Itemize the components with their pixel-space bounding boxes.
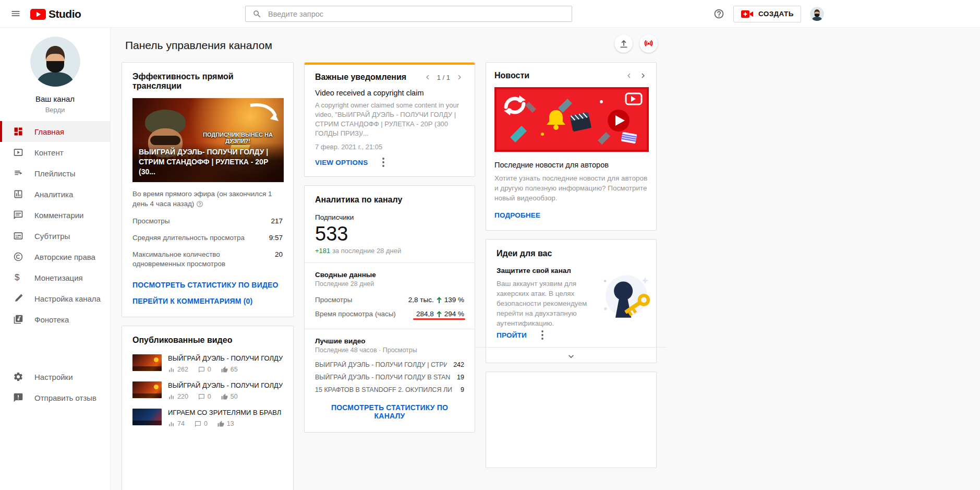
account-avatar[interactable] — [810, 7, 824, 21]
channel-profile: Ваш канал Верди — [0, 28, 110, 114]
channel-avatar[interactable] — [30, 37, 80, 87]
prev-page-button[interactable] — [423, 73, 432, 82]
up-arrow-icon — [437, 311, 442, 317]
divider — [305, 329, 475, 329]
expand-card-button[interactable] — [486, 348, 656, 363]
help-circle-icon[interactable] — [196, 200, 203, 208]
channel-analytics-card: Аналитика по каналу Подписчики 533 +181 … — [304, 185, 475, 433]
views-stat: 262 — [168, 366, 188, 373]
analytics-icon — [13, 189, 23, 199]
dashboard-actions — [614, 34, 658, 53]
view-options-link[interactable]: VIEW OPTIONS — [315, 159, 368, 166]
sidebar-item-send-feedback[interactable]: Отправить отзыв — [0, 387, 110, 408]
card-title: Аналитика по каналу — [315, 195, 464, 205]
sidebar-item-comments[interactable]: Комментарии — [0, 205, 110, 225]
sidebar-item-analytics[interactable]: Аналитика — [0, 184, 110, 205]
youtube-studio-logo[interactable]: Studio — [30, 8, 81, 20]
subscribers-label: Подписчики — [315, 213, 464, 221]
news-banner-image[interactable] — [494, 87, 648, 152]
stream-stats: Просмотры 217 Средняя длительность просм… — [132, 213, 283, 272]
kebab-menu-icon — [382, 158, 384, 167]
sidebar-item-settings[interactable]: Настройки — [0, 366, 110, 387]
take-action-link[interactable]: ПРОЙТИ — [497, 331, 527, 339]
monetization-icon: $ — [13, 272, 23, 283]
chevron-down-icon — [566, 351, 576, 362]
summary-subtitle: Последние 28 дней — [315, 280, 464, 288]
sidebar-item-copyright[interactable]: Авторские права — [0, 246, 110, 267]
sidebar-item-customization[interactable]: Настройка канала — [0, 288, 110, 309]
stream-thumbnail[interactable]: ПОЛУЧИ ГОЛДУ ПОДПИСЧИК ВЫНЕС НА ДУЭЛИ?! … — [132, 98, 284, 182]
divider — [305, 262, 475, 263]
customization-icon — [13, 293, 23, 304]
sidebar-item-content[interactable]: Контент — [0, 142, 110, 163]
sidebar-item-monetization[interactable]: $ Монетизация — [0, 267, 110, 288]
sidebar-item-audio-library[interactable]: Фонотека — [0, 309, 110, 330]
upload-video-button[interactable] — [614, 34, 633, 53]
sidebar-item-dashboard[interactable]: Главная — [0, 121, 110, 142]
top-video-row[interactable]: ВЫИГРАЙ ДУЭЛЬ - ПОЛУЧИ ГОЛДУ | СТРИМ СТА… — [315, 358, 464, 371]
notification-title: Video received a copyright claim — [315, 89, 464, 97]
security-illustration — [596, 270, 654, 328]
channel-name: Ваш канал — [0, 94, 110, 103]
top-video-row[interactable]: ВЫЙГРАЙ ДУЭЛЬ - ПОЛУЧИ ГОЛДУ В STANDOFF … — [315, 371, 464, 384]
channel-stats-link[interactable]: ПОСМОТРЕТЬ СТАТИСТИКУ ПО КАНАЛУ — [315, 403, 464, 420]
content-icon — [13, 147, 23, 158]
news-card: Новости — [486, 62, 657, 231]
comments-icon — [13, 210, 23, 220]
create-button[interactable]: СОЗДАТЬ — [733, 6, 801, 22]
comments-stat: 0 — [198, 393, 211, 400]
video-row[interactable]: ВЫЙГРАЙ ДУЭЛЬ - ПОЛУЧИ ГОЛДУ В STAN... 2… — [132, 350, 283, 377]
likes-icon — [217, 421, 224, 427]
comments-icon — [198, 393, 205, 400]
sidebar-item-playlists[interactable]: Плейлисты — [0, 163, 110, 184]
video-stats-link[interactable]: ПОСМОТРЕТЬ СТАТИСТИКУ ПО ВИДЕО — [132, 281, 279, 289]
stream-subtitle: Во время прямого эфира (он закончился 1 … — [132, 189, 283, 209]
news-prev-button[interactable] — [624, 71, 634, 80]
chevron-right-icon — [455, 73, 464, 82]
upload-icon — [618, 38, 630, 50]
pager-text: 1 / 1 — [437, 74, 450, 81]
feedback-icon — [13, 392, 23, 403]
video-row[interactable]: ИГРАЕМ СО ЗРИТЕЛЯМИ В БРАВЛ СТАРС/В... 7… — [132, 404, 283, 432]
up-arrow-icon — [437, 297, 442, 303]
top-video-row[interactable]: 15 КРАФТОВ В STANDOFF 2. ОКУПИЛСЯ ЛИ Я? … — [315, 384, 464, 396]
card-title: Эффективность прямой трансляции — [132, 72, 283, 91]
page-title: Панель управления каналом — [125, 39, 272, 52]
comments-icon — [198, 366, 205, 373]
go-to-comments-link[interactable]: ПЕРЕЙТИ К КОММЕНТАРИЯМ (0) — [132, 297, 252, 305]
copyright-icon — [13, 252, 23, 262]
search-input[interactable] — [268, 10, 572, 18]
video-row[interactable]: ВЫЙГРАЙ ДУЭЛЬ - ПОЛУЧИ ГОЛДУ В STAN... 2… — [132, 377, 283, 404]
chevron-left-icon — [423, 73, 432, 82]
main-content: Панель управления каналом Эффективность … — [111, 28, 980, 490]
thumbnail-caption: ПОДПИСЧИК ВЫНЕС НА ДУЭЛИ?! — [194, 132, 282, 144]
card-title: Важные уведомления — [315, 73, 406, 82]
go-live-button[interactable] — [639, 34, 658, 53]
stream-performance-card: Эффективность прямой трансляции ПОЛУЧИ Г… — [122, 62, 294, 317]
sidebar-nav: Главная Контент Плейлисты Аналитика Комм… — [0, 121, 110, 408]
idea-body: Ваш аккаунт уязвим для хакерских атак. В… — [497, 279, 591, 328]
menu-icon[interactable] — [10, 8, 21, 19]
notifications-pager: 1 / 1 — [423, 73, 464, 82]
kebab-menu-icon — [541, 330, 543, 340]
playlists-icon — [13, 168, 23, 178]
notifications-card: Важные уведомления 1 / 1 Video received … — [304, 62, 475, 177]
news-next-button[interactable] — [638, 71, 648, 80]
channel-handle: Верди — [0, 106, 110, 114]
published-videos-card: Опубликованные видео ВЫЙГРАЙ ДУЭЛЬ - ПОЛ… — [122, 326, 294, 490]
subscribers-delta: +181 за последние 28 дней — [315, 247, 464, 255]
stat-row: Просмотры 217 — [132, 213, 283, 230]
notification-menu-button[interactable] — [382, 158, 384, 167]
news-more-link[interactable]: ПОДРОБНЕЕ — [494, 211, 540, 219]
search-box[interactable] — [245, 6, 572, 22]
likes-icon — [221, 393, 228, 400]
card-title: Идеи для вас — [497, 249, 646, 258]
news-item-body: Хотите узнать последние новости для авто… — [494, 173, 648, 203]
published-videos-list: ВЫЙГРАЙ ДУЭЛЬ - ПОЛУЧИ ГОЛДУ В STAN... 2… — [132, 350, 283, 432]
thumbnail-arrow — [248, 102, 281, 124]
next-page-button[interactable] — [455, 73, 464, 82]
subscribers-count: 533 — [315, 222, 464, 245]
idea-menu-button[interactable] — [541, 330, 543, 340]
help-button[interactable] — [713, 8, 724, 19]
sidebar-item-subtitles[interactable]: Субтитры — [0, 225, 110, 246]
